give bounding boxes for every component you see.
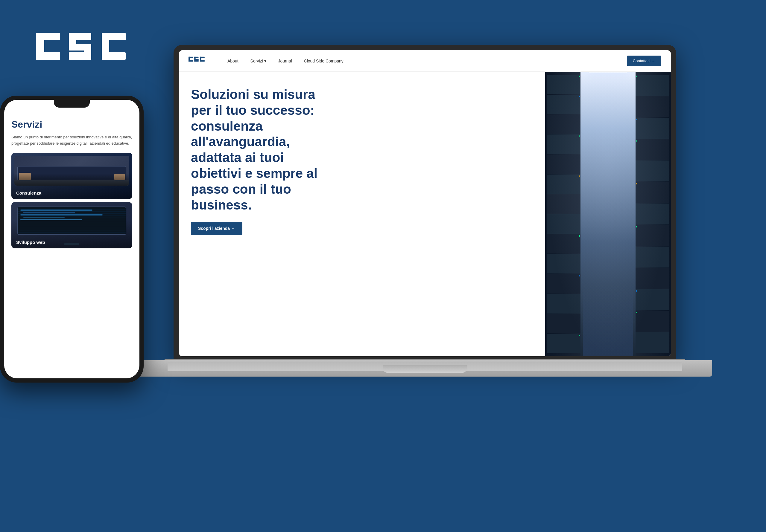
website-hero: Soluzioni su misura per il tuo successo:… — [179, 72, 671, 356]
card-image-sviluppo — [17, 207, 126, 235]
nav-links: About Servizi ▾ Journal Cloud Side Compa… — [228, 59, 627, 63]
svg-rect-10 — [102, 52, 126, 60]
service-label-consulenza: Consulenza — [11, 187, 46, 199]
svg-rect-7 — [69, 52, 91, 60]
nav-servizi[interactable]: Servizi ▾ — [251, 59, 266, 63]
phone-screen: Servizi Siamo un punto di riferimento pe… — [4, 100, 139, 378]
laptop-container: About Servizi ▾ Journal Cloud Side Compa… — [114, 45, 697, 463]
hero-cta-button[interactable]: Scopri l'azienda → — [191, 222, 242, 235]
laptop-body: About Servizi ▾ Journal Cloud Side Compa… — [173, 45, 676, 362]
phone-notch — [54, 100, 90, 108]
nav-cloud-side[interactable]: Cloud Side Company — [304, 59, 344, 63]
svg-rect-13 — [188, 60, 193, 62]
hero-left: Soluzioni su misura per il tuo successo:… — [179, 72, 545, 356]
svg-rect-18 — [194, 60, 199, 62]
logo-text — [36, 27, 132, 71]
service-label-sviluppo: Sviluppo web — [11, 236, 50, 248]
service-card-sviluppo[interactable]: Sviluppo web — [11, 202, 132, 248]
main-logo — [36, 27, 132, 71]
svg-rect-2 — [36, 52, 60, 60]
site-logo — [188, 56, 210, 66]
svg-rect-21 — [200, 60, 205, 62]
service-card-consulenza[interactable]: Consulenza — [11, 153, 132, 199]
nav-cta-button[interactable]: Contattaci → — [627, 56, 661, 66]
phone-content: Servizi Siamo un punto di riferimento pe… — [4, 104, 139, 257]
hero-title: Soluzioni su misura per il tuo successo:… — [191, 87, 533, 213]
phone-body: Servizi Siamo un punto di riferimento pe… — [0, 96, 143, 383]
website-nav: About Servizi ▾ Journal Cloud Side Compa… — [179, 50, 671, 72]
phone-page-title: Servizi — [11, 119, 132, 130]
laptop-trackpad-notch — [383, 365, 467, 373]
laptop-screen: About Servizi ▾ Journal Cloud Side Compa… — [179, 50, 671, 356]
svg-rect-15 — [194, 57, 196, 59]
nav-about[interactable]: About — [228, 59, 239, 63]
nav-journal[interactable]: Journal — [278, 59, 292, 63]
card-image-consulenza — [14, 156, 129, 186]
phone-description: Siamo un punto di riferimento per soluzi… — [11, 134, 132, 147]
hero-server-image — [545, 72, 671, 356]
phone-container: Servizi Siamo un punto di riferimento pe… — [0, 96, 143, 383]
dropdown-chevron: ▾ — [264, 59, 266, 63]
